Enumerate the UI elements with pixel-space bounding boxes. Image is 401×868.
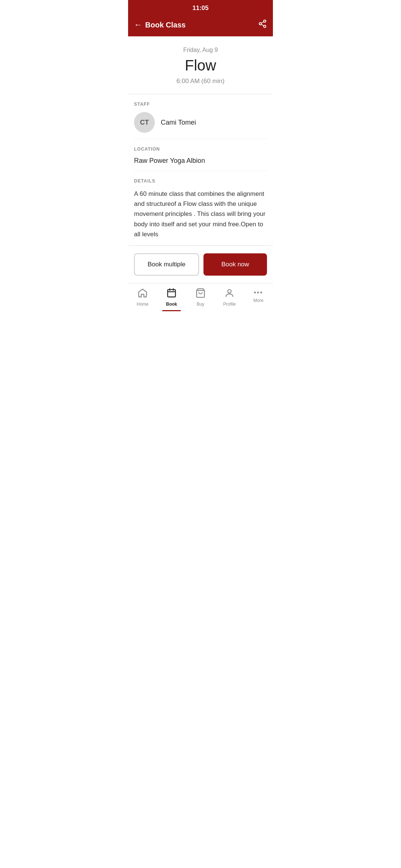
staff-row: CT Cami Tomei (134, 112, 267, 133)
class-name: Flow (134, 57, 267, 74)
svg-point-2 (264, 25, 266, 27)
nav-item-book[interactable]: Book (157, 288, 186, 307)
header-left: ← Book Class (134, 20, 186, 30)
nav-label-book: Book (166, 302, 177, 307)
buy-icon (195, 288, 206, 300)
svg-line-4 (261, 22, 264, 23)
header-title: Book Class (145, 21, 186, 29)
more-icon: ••• (254, 288, 263, 296)
book-now-button[interactable]: Book now (203, 253, 267, 276)
nav-label-more: More (253, 298, 263, 303)
status-time: 11:05 (192, 4, 208, 11)
svg-line-3 (261, 24, 264, 26)
home-icon (137, 288, 148, 300)
bottom-nav: Home Book Buy (128, 283, 273, 316)
svg-point-10 (228, 290, 231, 293)
header: ← Book Class (128, 15, 273, 36)
details-text: A 60 minute class that combines the alig… (134, 189, 267, 239)
details-label: DETAILS (134, 178, 267, 184)
book-multiple-button[interactable]: Book multiple (134, 253, 199, 276)
nav-item-profile[interactable]: Profile (215, 288, 244, 307)
svg-point-0 (264, 20, 266, 22)
details-section: DETAILS A 60 minute class that combines … (134, 171, 267, 246)
class-date: Friday, Aug 9 (134, 47, 267, 53)
nav-item-more[interactable]: ••• More (244, 288, 273, 303)
profile-icon (224, 288, 235, 300)
share-button[interactable] (258, 19, 267, 30)
svg-rect-5 (168, 290, 176, 297)
location-label: LOCATION (134, 147, 267, 152)
location-name: Raw Power Yoga Albion (134, 157, 267, 165)
status-bar: 11:05 (128, 0, 273, 15)
back-button[interactable]: ← (134, 20, 142, 30)
nav-label-buy: Buy (197, 302, 205, 307)
action-buttons: Book multiple Book now (128, 246, 273, 283)
staff-section: STAFF CT Cami Tomei (134, 94, 267, 139)
nav-item-home[interactable]: Home (128, 288, 157, 307)
book-active-indicator (162, 310, 181, 311)
location-section: LOCATION Raw Power Yoga Albion (134, 139, 267, 171)
nav-label-profile: Profile (223, 302, 236, 307)
staff-name: Cami Tomei (161, 119, 196, 126)
nav-item-buy[interactable]: Buy (186, 288, 215, 307)
class-time: 6:00 AM (60 min) (134, 78, 267, 85)
book-icon (166, 288, 177, 300)
class-info: Friday, Aug 9 Flow 6:00 AM (60 min) (128, 36, 273, 94)
staff-avatar: CT (134, 112, 155, 133)
staff-label: STAFF (134, 102, 267, 107)
svg-point-1 (259, 23, 261, 25)
nav-label-home: Home (137, 302, 149, 307)
content: STAFF CT Cami Tomei LOCATION Raw Power Y… (128, 94, 273, 246)
